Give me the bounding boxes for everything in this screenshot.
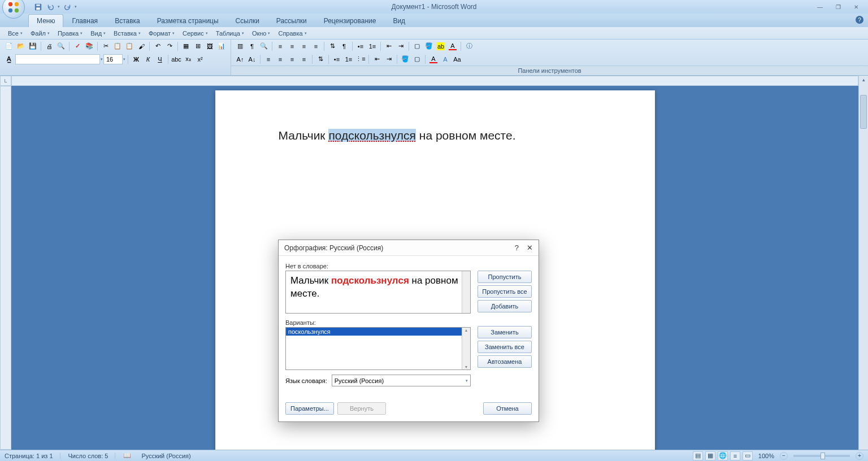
undo-dropdown-icon[interactable]: ▾ (58, 5, 60, 9)
strikethrough-icon[interactable]: abc (171, 54, 182, 65)
tab-mailings[interactable]: Рассылки (268, 14, 315, 27)
zoom-icon[interactable]: 🔍 (258, 41, 270, 52)
highlight-icon[interactable]: ab (435, 41, 446, 52)
align-right-icon[interactable]: ≡ (287, 54, 298, 65)
justify-icon[interactable]: ≡ (310, 41, 322, 52)
increase-indent2-icon[interactable]: ⇥ (383, 54, 394, 65)
scroll-thumb[interactable] (860, 95, 867, 129)
close-button[interactable]: ✕ (849, 2, 863, 11)
full-screen-view-icon[interactable]: ▦ (705, 451, 715, 460)
save-icon[interactable]: 💾 (27, 41, 38, 52)
copy-icon[interactable]: 📋 (112, 41, 123, 52)
increase-indent-icon[interactable]: ⇥ (395, 41, 406, 52)
align-left-icon[interactable]: ≡ (263, 54, 274, 65)
show-marks-icon[interactable]: ¶ (246, 41, 258, 52)
borders2-icon[interactable]: ▢ (411, 54, 423, 65)
menu-tools[interactable]: Сервис▾ (179, 29, 211, 38)
decrease-indent-icon[interactable]: ⇤ (383, 41, 394, 52)
font-name-input[interactable] (15, 54, 100, 64)
font-color-icon[interactable]: A (447, 41, 458, 52)
menu-edit[interactable]: Правка▾ (54, 29, 86, 38)
menu-table[interactable]: Таблица▾ (212, 29, 248, 38)
align-center-icon[interactable]: ≡ (275, 54, 286, 65)
draft-view-icon[interactable]: ▭ (743, 451, 753, 460)
table-icon[interactable]: ▦ (180, 41, 192, 52)
help-button-icon[interactable]: ⓘ (463, 41, 475, 52)
horizontal-ruler[interactable] (11, 76, 858, 86)
redo-icon[interactable] (62, 2, 72, 12)
tab-review[interactable]: Рецензирование (315, 14, 385, 27)
multilevel-icon[interactable]: ⋮≡ (355, 54, 366, 65)
change-button[interactable]: Заменить (478, 326, 532, 338)
menu-all[interactable]: Все▾ (5, 29, 26, 38)
borders-icon[interactable]: ▢ (411, 41, 423, 52)
document-text[interactable]: Мальчик подскользнулся на ровном месте. (279, 129, 592, 142)
styles-icon[interactable]: A̲ (3, 54, 15, 65)
tab-view[interactable]: Вид (384, 14, 414, 27)
zoom-out-button[interactable]: − (780, 452, 788, 460)
menu-file[interactable]: Файл▾ (27, 29, 53, 38)
outline-view-icon[interactable]: ≡ (730, 451, 740, 460)
research-icon[interactable]: 📚 (84, 41, 95, 52)
line-spacing-icon[interactable]: ⇅ (327, 41, 338, 52)
menu-format[interactable]: Формат▾ (145, 29, 178, 38)
menu-help[interactable]: Справка▾ (275, 29, 310, 38)
status-spellcheck-icon[interactable]: 📖 (123, 452, 133, 459)
tab-home[interactable]: Главная (63, 14, 106, 27)
cut-icon[interactable]: ✂ (100, 41, 111, 52)
chart-icon[interactable]: 📊 (216, 41, 227, 52)
justify-icon[interactable]: ≡ (298, 54, 310, 65)
ignore-all-button[interactable]: Пропустить все (478, 285, 532, 298)
dictionary-language-select[interactable]: Русский (Россия) ▾ (332, 375, 471, 386)
chevron-down-icon[interactable]: ▾ (123, 57, 125, 62)
print-layout-view-icon[interactable]: ▤ (693, 451, 703, 460)
menu-window[interactable]: Окно▾ (249, 29, 274, 38)
undo-icon[interactable]: ↶ (152, 41, 163, 52)
text-effects-icon[interactable]: A (440, 54, 451, 65)
shading2-icon[interactable]: 🪣 (400, 54, 411, 65)
web-layout-view-icon[interactable]: 🌐 (718, 451, 728, 460)
qat-customize-icon[interactable]: ▾ (75, 5, 77, 9)
options-button[interactable]: Параметры... (285, 402, 334, 415)
open-icon[interactable]: 📂 (15, 41, 27, 52)
minimize-button[interactable]: — (813, 2, 827, 11)
maximize-button[interactable]: ❐ (831, 2, 845, 11)
bold-icon[interactable]: Ж (131, 54, 142, 65)
status-page[interactable]: Страница: 1 из 1 (5, 453, 60, 459)
paste-icon[interactable]: 📋 (124, 41, 135, 52)
spellcheck-icon[interactable]: ✓ (72, 41, 83, 52)
not-in-dictionary-textbox[interactable]: Мальчик подскользнулся на ровном месте. (285, 271, 471, 314)
insert-table-icon[interactable]: ⊞ (192, 41, 203, 52)
dialog-titlebar[interactable]: Орфография: Русский (Россия) ? ✕ (279, 240, 539, 256)
autocorrect-button[interactable]: Автозамена (478, 355, 532, 368)
bullets-icon[interactable]: •≡ (355, 41, 366, 52)
cancel-button[interactable]: Отмена (483, 402, 532, 415)
tab-insert[interactable]: Вставка (106, 14, 149, 27)
columns-icon[interactable]: ▥ (235, 41, 246, 52)
scrollbar[interactable]: ▴ ▾ (462, 328, 470, 369)
scrollbar[interactable] (462, 271, 470, 313)
align-left-icon[interactable]: ≡ (275, 41, 286, 52)
shrink-font-icon[interactable]: A↓ (246, 54, 258, 65)
zoom-level[interactable]: 100% (758, 453, 774, 459)
zoom-slider-thumb[interactable] (821, 453, 825, 459)
redo-icon[interactable]: ↷ (164, 41, 175, 52)
decrease-indent2-icon[interactable]: ⇤ (371, 54, 383, 65)
italic-icon[interactable]: К (142, 54, 154, 65)
change-all-button[interactable]: Заменить все (478, 341, 532, 353)
grow-font-icon[interactable]: A↑ (235, 54, 246, 65)
variant-item[interactable]: поскользнулся (286, 328, 470, 336)
zoom-in-button[interactable]: + (856, 452, 863, 460)
help-icon[interactable]: ? (856, 16, 863, 24)
align-center-icon[interactable]: ≡ (287, 41, 298, 52)
variants-listbox[interactable]: поскользнулся ▴ ▾ (285, 327, 471, 370)
bullets2-icon[interactable]: •≡ (331, 54, 342, 65)
tab-references[interactable]: Ссылки (227, 14, 268, 27)
change-case-icon[interactable]: Aa (452, 54, 463, 65)
line-spacing-icon[interactable]: ⇅ (315, 54, 326, 65)
chevron-down-icon[interactable]: ▾ (101, 57, 103, 62)
undo-icon[interactable] (45, 2, 55, 12)
menu-view[interactable]: Вид▾ (87, 29, 109, 38)
numbering2-icon[interactable]: 1≡ (343, 54, 354, 65)
tab-layout[interactable]: Разметка страницы (149, 14, 227, 27)
